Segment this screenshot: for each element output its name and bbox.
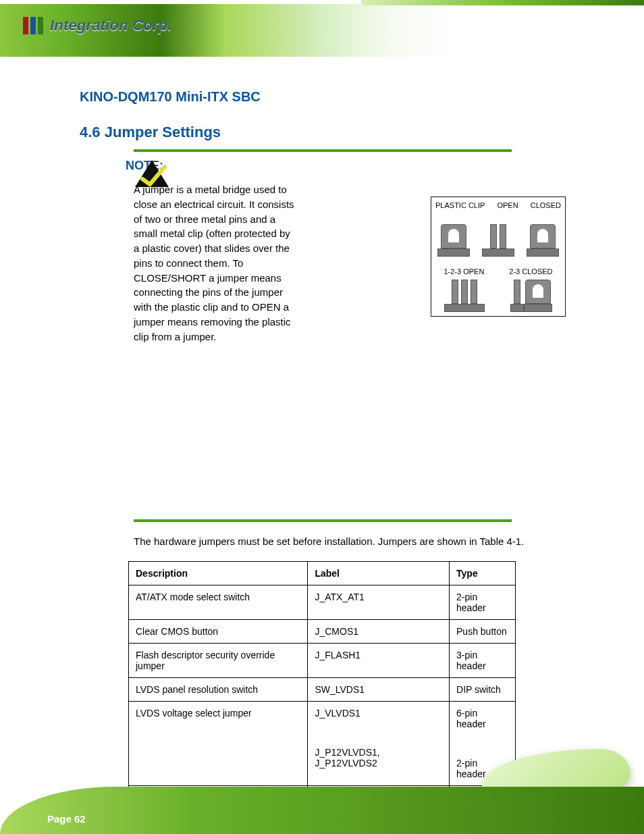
cell-label-2: J_P12VLVDS1, J_P12VLVDS2	[315, 747, 442, 768]
table-row: Clear CMOS button J_CMOS1 Push button	[129, 620, 516, 644]
col-label: Label	[308, 562, 450, 585]
closed-clip-icon	[530, 224, 556, 249]
label-closed-23: 2-3 CLOSED	[509, 267, 552, 276]
table-row: Flash descriptor security override jumpe…	[129, 644, 516, 678]
plastic-clip-icon	[441, 224, 466, 249]
jumper-figure: PLASTIC CLIP OPEN CLOSED 1-2	[431, 197, 566, 317]
table-row: LVDS panel resolution switch SW_LVDS1 DI…	[129, 678, 516, 702]
cell-type: 3-pin header	[450, 644, 516, 678]
note-heading: NOTE:	[126, 159, 512, 173]
header-band: Integration Corp.	[0, 0, 644, 74]
cell-label: J_CMOS1	[308, 620, 450, 644]
base-icon	[524, 304, 552, 312]
jumper-fig-row1	[431, 217, 565, 257]
label-open-123: 1-2-3 OPEN	[444, 267, 484, 276]
base-icon	[437, 249, 470, 257]
cell-label: SW_LVDS1	[308, 678, 450, 702]
note-bottom-rule	[134, 519, 512, 522]
label-closed: CLOSED	[531, 201, 561, 209]
label-plastic-clip: PLASTIC CLIP	[435, 201, 485, 209]
page-number: Page 62	[47, 813, 86, 825]
col-type: Type	[450, 562, 516, 585]
page-content: KINO-DQM170 Mini-ITX SBC 4.6 Jumper Sett…	[80, 89, 566, 834]
closed-clip-icon	[525, 280, 551, 304]
body-paragraph: The hardware jumpers must be set before …	[134, 534, 566, 549]
cell-type: DIP switch	[450, 678, 516, 702]
product-title: KINO-DQM170 Mini-ITX SBC	[80, 89, 566, 105]
note-top-rule	[134, 149, 512, 152]
section-number: 4.6	[80, 124, 101, 140]
cell-desc: Flash descriptor security override jumpe…	[129, 644, 308, 678]
cell-label: J_FLASH1	[308, 644, 450, 678]
footer-band: Page 62	[0, 768, 644, 834]
cell-desc-text: LVDS voltage select jumper	[136, 708, 252, 719]
note-body: A jumper is a metal bridge used to close…	[134, 182, 296, 344]
cell-type: 2-pin header	[450, 585, 516, 620]
base-icon	[444, 304, 485, 312]
esd-note-icon	[134, 159, 170, 190]
jumper-fig-labels-row1: PLASTIC CLIP OPEN CLOSED	[435, 201, 561, 209]
note-box: NOTE: A jumper is a metal bridge used to…	[134, 159, 512, 344]
jumper-fig-labels-row2: 1-2-3 OPEN 2-3 CLOSED	[431, 267, 565, 276]
logo-mark-icon	[23, 17, 43, 34]
base-icon	[482, 249, 514, 257]
header-top-strip	[360, 0, 644, 5]
cell-label-1: J_VLVDS1	[315, 708, 442, 719]
body-paragraph-text: The hardware jumpers must be set before …	[134, 536, 524, 547]
cell-desc: LVDS panel resolution switch	[129, 678, 308, 702]
cell-type-1: 6-pin header	[456, 708, 508, 729]
table-header-row: Description Label Type	[129, 562, 516, 585]
cell-desc: Clear CMOS button	[129, 620, 308, 644]
brand-logo: Integration Corp.	[23, 12, 172, 39]
base-icon	[527, 249, 559, 257]
brand-name: Integration Corp.	[50, 17, 172, 34]
label-open: OPEN	[497, 201, 518, 209]
cell-desc: AT/ATX mode select switch	[129, 585, 308, 620]
col-description: Description	[129, 562, 308, 585]
jumper-fig-row2	[431, 278, 565, 312]
table-row: AT/ATX mode select switch J_ATX_AT1 2-pi…	[129, 585, 516, 620]
cell-label: J_ATX_AT1	[308, 585, 450, 620]
cell-type: Push button	[450, 620, 516, 644]
section-heading: Jumper Settings	[105, 124, 221, 140]
section-title: 4.6 Jumper Settings	[80, 124, 566, 141]
footer-green-swoosh	[0, 787, 644, 834]
